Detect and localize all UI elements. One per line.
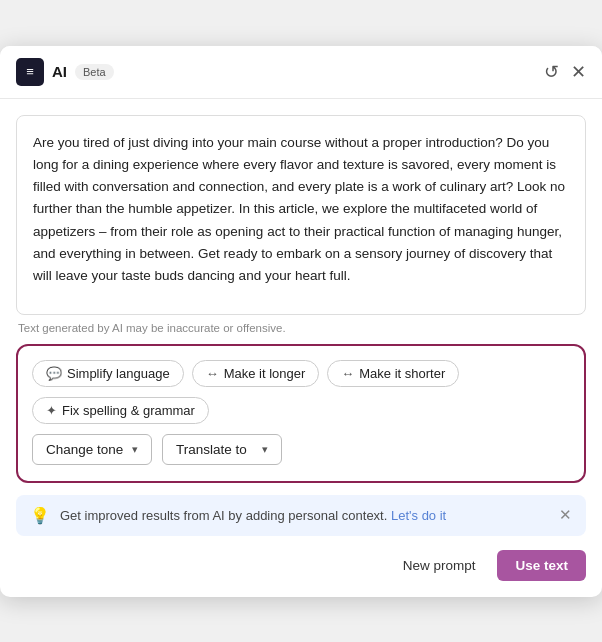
translate-to-dropdown[interactable]: Translate to ▾ [162, 434, 282, 465]
generated-text: Are you tired of just diving into your m… [33, 135, 565, 284]
logo-icon: ≡ [16, 58, 44, 86]
simplify-language-chip[interactable]: 💬 Simplify language [32, 360, 184, 387]
shorter-label: Make it shorter [359, 366, 445, 381]
footer: New prompt Use text [0, 536, 602, 597]
new-prompt-button[interactable]: New prompt [391, 551, 488, 580]
main-content: Are you tired of just diving into your m… [0, 99, 602, 483]
actions-panel: 💬 Simplify language ↔ Make it longer ↔ M… [16, 344, 586, 483]
titlebar-actions: ↺ ✕ [544, 63, 586, 81]
banner-main-text: Get improved results from AI by adding p… [60, 508, 387, 523]
beta-badge: Beta [75, 64, 114, 80]
chip-row-2: ✦ Fix spelling & grammar [32, 397, 570, 424]
change-tone-arrow: ▾ [132, 443, 138, 456]
change-tone-dropdown[interactable]: Change tone ▾ [32, 434, 152, 465]
banner-bulb-icon: 💡 [30, 506, 50, 525]
make-longer-chip[interactable]: ↔ Make it longer [192, 360, 320, 387]
shorter-icon: ↔ [341, 366, 354, 381]
main-window: ≡ AI Beta ↺ ✕ Are you tired of just divi… [0, 46, 602, 597]
banner-text: Get improved results from AI by adding p… [60, 508, 545, 523]
chip-row: 💬 Simplify language ↔ Make it longer ↔ M… [32, 360, 570, 387]
simplify-label: Simplify language [67, 366, 170, 381]
history-icon[interactable]: ↺ [544, 63, 559, 81]
longer-label: Make it longer [224, 366, 306, 381]
titlebar: ≡ AI Beta ↺ ✕ [0, 46, 602, 99]
make-shorter-chip[interactable]: ↔ Make it shorter [327, 360, 459, 387]
app-title: AI [52, 63, 67, 80]
use-text-button[interactable]: Use text [497, 550, 586, 581]
ai-disclaimer: Text generated by AI may be inaccurate o… [18, 322, 586, 334]
translate-to-label: Translate to [176, 442, 247, 457]
fix-spelling-chip[interactable]: ✦ Fix spelling & grammar [32, 397, 209, 424]
translate-to-arrow: ▾ [262, 443, 268, 456]
fix-icon: ✦ [46, 403, 57, 418]
simplify-icon: 💬 [46, 366, 62, 381]
dropdown-row: Change tone ▾ Translate to ▾ [32, 434, 570, 465]
longer-icon: ↔ [206, 366, 219, 381]
close-icon[interactable]: ✕ [571, 63, 586, 81]
banner-close-icon[interactable]: ✕ [559, 506, 572, 524]
banner-link[interactable]: Let's do it [391, 508, 446, 523]
info-banner: 💡 Get improved results from AI by adding… [16, 495, 586, 536]
change-tone-label: Change tone [46, 442, 123, 457]
generated-text-box: Are you tired of just diving into your m… [16, 115, 586, 315]
fix-label: Fix spelling & grammar [62, 403, 195, 418]
